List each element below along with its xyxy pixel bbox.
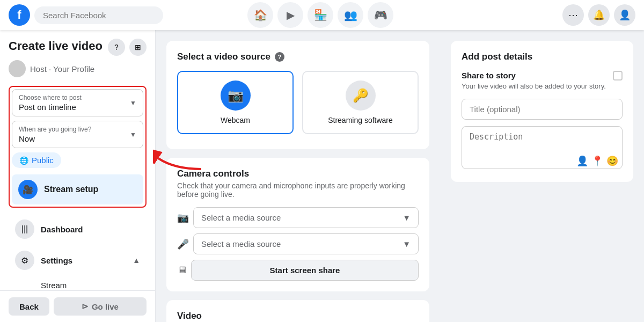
add-post-details-title: Add post details	[462, 52, 623, 62]
sidebar-title-row: Create live video ? ⊞	[9, 39, 147, 56]
video-source-info-icon[interactable]: ?	[275, 52, 284, 62]
location-icon[interactable]: 📍	[591, 155, 603, 167]
sidebar-item-settings[interactable]: ⚙ Settings ▲	[9, 245, 147, 275]
dropdown-arrow-icon: ▼	[402, 213, 411, 222]
camera-controls-card: Camera controls Check that your camera a…	[166, 158, 429, 291]
main-content: Select a video source ? 📷 Webcam 🔑 Strea…	[156, 30, 440, 322]
stream-setup-section: Choose where to post Post on timeline ▼ …	[9, 86, 147, 208]
stream-setup-label: Stream setup	[44, 185, 98, 194]
watch-icon[interactable]: ▶	[277, 2, 303, 28]
webcam-label: Webcam	[221, 116, 250, 125]
public-badge-label: Public	[32, 156, 54, 165]
microphone-icon: 🎤	[177, 238, 189, 250]
chevron-down-icon: ▼	[130, 99, 136, 107]
back-button[interactable]: Back	[9, 297, 49, 316]
bottom-buttons: Back ⊳ Go live	[0, 290, 155, 322]
home-icon[interactable]: 🏠	[247, 2, 273, 28]
facebook-logo[interactable]: f	[9, 4, 30, 26]
settings-gear-icon: ⚙	[15, 251, 34, 270]
host-avatar	[9, 60, 26, 77]
where-to-post-label: Choose where to post	[19, 94, 136, 101]
groups-icon[interactable]: 👥	[338, 2, 363, 28]
webcam-icon: 📷	[221, 80, 251, 111]
where-to-post-dropdown[interactable]: Choose where to post Post on timeline ▼	[12, 89, 143, 116]
top-navigation: f 🏠 ▶ 🏪 👥 🎮 ⋯ 🔔 👤	[0, 0, 644, 30]
camera-source-dropdown[interactable]: Select a media source ▼	[193, 207, 419, 228]
sidebar-title: Create live video	[9, 39, 103, 53]
video-source-card: Select a video source ? 📷 Webcam 🔑 Strea…	[166, 41, 429, 149]
right-panel: Add post details Share to story Your liv…	[440, 30, 644, 322]
go-live-icon: ⊳	[82, 302, 89, 311]
share-to-story-title: Share to story	[462, 71, 606, 80]
start-screen-share-button[interactable]: Start screen share	[191, 260, 419, 281]
screen-share-icon: 🖥	[177, 265, 187, 276]
camera-icon: 📷	[177, 212, 189, 224]
host-label: Host · Your Profile	[30, 64, 94, 74]
emoji-icon[interactable]: 😊	[606, 155, 618, 167]
search-input[interactable]	[34, 6, 163, 24]
where-to-post-value: Post on timeline	[19, 103, 136, 112]
video-section-title: Video	[177, 311, 419, 321]
settings-label: Settings	[41, 256, 72, 265]
video-source-title: Select a video source ?	[177, 52, 419, 62]
chevron-up-icon: ▲	[133, 256, 140, 265]
description-icons: 👤 📍 😊	[576, 155, 618, 167]
camera-source-placeholder: Select a media source	[201, 213, 281, 222]
share-to-story-checkbox[interactable]	[613, 71, 623, 80]
tag-people-icon[interactable]: 👤	[576, 155, 588, 167]
video-preview-card: Video HD 📷 Allow access to camera	[166, 300, 429, 322]
go-live-label: Go live	[92, 302, 119, 311]
help-button[interactable]: ?	[108, 39, 125, 56]
host-row: Host · Your Profile	[9, 60, 147, 77]
dropdown-arrow-icon-2: ▼	[402, 239, 411, 248]
dashboard-label: Dashboard	[41, 225, 83, 234]
globe-icon: 🌐	[19, 156, 28, 165]
share-to-story-row: Share to story Your live video will also…	[462, 71, 623, 90]
mic-source-placeholder: Select a media source	[201, 239, 281, 248]
when-going-live-value: Now	[19, 134, 136, 143]
media-source-row-2: 🎤 Select a media source ▼	[177, 233, 419, 254]
when-going-live-label: When are you going live?	[19, 126, 136, 133]
dashboard-icon: |||	[15, 219, 34, 239]
chevron-down-icon-2: ▼	[130, 131, 136, 138]
streaming-software-option[interactable]: 🔑 Streaming software	[302, 71, 419, 134]
add-post-details-card: Add post details Share to story Your liv…	[451, 41, 633, 182]
nav-right-actions: ⋯ 🔔 👤	[562, 4, 635, 26]
sidebar-item-dashboard[interactable]: ||| Dashboard	[9, 214, 147, 244]
notifications-icon[interactable]: 🔔	[588, 4, 610, 26]
media-source-row-1: 📷 Select a media source ▼	[177, 207, 419, 228]
when-going-live-dropdown[interactable]: When are you going live? Now ▼	[12, 121, 143, 148]
mic-source-dropdown[interactable]: Select a media source ▼	[193, 233, 419, 254]
layout-button[interactable]: ⊞	[129, 39, 147, 56]
screen-share-row: 🖥 Start screen share	[177, 260, 419, 281]
grid-menu-icon[interactable]: ⋯	[562, 4, 584, 26]
camera-controls-desc: Check that your camera and microphone in…	[177, 181, 419, 199]
description-row: 👤 📍 😊	[462, 126, 623, 171]
stream-setup-camera-icon: 🎥	[18, 180, 38, 199]
gaming-icon[interactable]: 🎮	[368, 2, 393, 28]
webcam-option[interactable]: 📷 Webcam	[177, 71, 294, 134]
stream-setup-item[interactable]: 🎥 Stream setup	[12, 174, 143, 204]
share-to-story-desc: Your live video will also be added to yo…	[462, 82, 606, 90]
marketplace-icon[interactable]: 🏪	[308, 2, 333, 28]
left-sidebar: Create live video ? ⊞ Host · Your Profil…	[0, 30, 156, 322]
share-story-text: Share to story Your live video will also…	[462, 71, 606, 90]
nav-center-icons: 🏠 ▶ 🏪 👥 🎮	[247, 2, 393, 28]
video-source-grid: 📷 Webcam 🔑 Streaming software	[177, 71, 419, 134]
sidebar-title-icons: ? ⊞	[108, 39, 147, 56]
profile-icon[interactable]: 👤	[614, 4, 635, 26]
post-title-input[interactable]	[462, 99, 623, 120]
main-layout: Create live video ? ⊞ Host · Your Profil…	[0, 30, 644, 322]
streaming-software-icon: 🔑	[346, 80, 376, 111]
camera-controls-title: Camera controls	[177, 169, 419, 179]
streaming-software-label: Streaming software	[328, 116, 393, 125]
go-live-button[interactable]: ⊳ Go live	[54, 297, 147, 316]
public-badge-button[interactable]: 🌐 Public	[12, 152, 61, 168]
